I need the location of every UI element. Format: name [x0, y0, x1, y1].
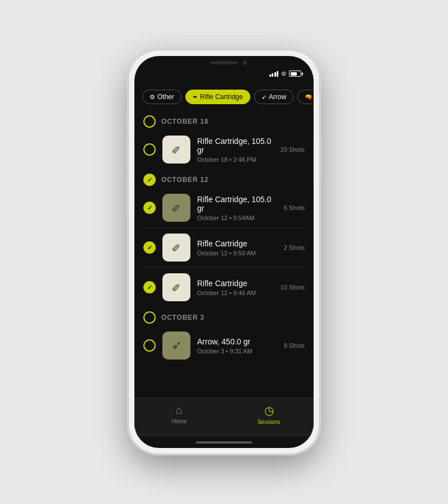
item-subtitle: October 18 • 2:46 PM [197, 156, 274, 163]
home-label: Home [172, 418, 187, 424]
section-date-1: OCTOBER 12 [161, 176, 208, 184]
filter-pill-rifle-cartridge[interactable]: ✒Rifle Cartridge [185, 90, 250, 104]
item-subtitle: October 12 • 9:46 AM [197, 290, 274, 296]
arrow-icon: ➶ [262, 94, 267, 101]
item-circle-1-2[interactable]: ✓ [143, 281, 156, 293]
section-header-1[interactable]: ✓OCTOBER 12 [134, 168, 314, 189]
check-icon: ✓ [147, 204, 152, 212]
other-label: Other [157, 93, 174, 101]
section-date-0: OCTOBER 18 [161, 118, 208, 125]
battery-icon [289, 71, 301, 77]
item-info-2-0: Arrow, 450.0 grOctober 3 • 9:31 AM [197, 337, 277, 354]
item-thumbnail-0-0: ✏ [162, 136, 190, 164]
sessions-list[interactable]: OCTOBER 18✏Rifle Cartridge, 105.0 grOcto… [134, 110, 314, 398]
power-button[interactable] [319, 140, 321, 182]
divider [143, 267, 305, 268]
section-header-2[interactable]: OCTOBER 3 [134, 306, 314, 327]
speaker [210, 61, 238, 64]
phone-screen: ⊜ ⚙Other✒Rifle Cartridge➶Arrow🔫Pistol OC… [134, 56, 314, 448]
item-circle-1-1[interactable]: ✓ [143, 241, 156, 254]
volume-down-button[interactable] [127, 180, 129, 211]
item-subtitle: October 12 • 9:50 AM [197, 250, 277, 256]
section-circle-0[interactable] [143, 115, 156, 128]
item-circle-0-0[interactable] [143, 143, 156, 156]
section-circle-1[interactable]: ✓ [143, 174, 156, 186]
section-circle-2[interactable] [143, 311, 156, 324]
list-item[interactable]: ✓✏Rifle CartridgeOctober 12 • 9:46 AM10 … [134, 269, 314, 306]
list-item[interactable]: ✓✏Rifle Cartridge, 105.0 grOctober 12 • … [134, 189, 314, 226]
check-icon: ✓ [147, 176, 152, 184]
sessions-label: Sessions [258, 419, 281, 425]
tab-home[interactable]: ⌂Home [160, 404, 199, 424]
pistol-icon: 🔫 [305, 94, 312, 101]
nav-bar [134, 81, 314, 87]
item-title: Rifle Cartridge [197, 239, 277, 248]
item-title: Rifle Cartridge, 105.0 gr [197, 137, 274, 155]
rifle-cartridge-label: Rifle Cartridge [200, 93, 243, 101]
item-title: Rifle Cartridge, 105.0 gr [197, 195, 277, 213]
item-info-1-1: Rifle CartridgeOctober 12 • 9:50 AM [197, 239, 277, 256]
item-thumbnail-2-0: ➶ [162, 332, 190, 360]
filter-pill-arrow[interactable]: ➶Arrow [254, 90, 293, 104]
signal-icon [269, 71, 279, 77]
other-icon: ⚙ [150, 94, 155, 101]
volume-up-button[interactable] [127, 143, 129, 174]
item-shots: 2 Shots [284, 244, 305, 251]
item-title: Arrow, 450.0 gr [197, 337, 277, 346]
divider [143, 227, 305, 228]
item-circle-1-0[interactable]: ✓ [143, 202, 156, 214]
item-subtitle: October 12 • 9:54AM [197, 214, 277, 221]
item-subtitle: October 3 • 9:31 AM [197, 348, 277, 354]
list-item[interactable]: ✓✏Rifle CartridgeOctober 12 • 9:50 AM2 S… [134, 229, 314, 266]
status-icons: ⊜ [269, 70, 302, 77]
section-date-2: OCTOBER 3 [161, 314, 204, 321]
rifle-icon: ✏ [169, 279, 185, 296]
rifle-icon: ✏ [169, 142, 185, 158]
wifi-icon: ⊜ [281, 70, 286, 77]
item-shots: 20 Shots [281, 146, 305, 153]
list-item[interactable]: ✏Rifle Cartridge, 105.0 grOctober 18 • 2… [134, 131, 314, 168]
filter-bar: ⚙Other✒Rifle Cartridge➶Arrow🔫Pistol [134, 87, 314, 110]
filter-pill-other[interactable]: ⚙Other [142, 90, 181, 104]
section-header-0[interactable]: OCTOBER 18 [134, 110, 314, 131]
check-icon: ✓ [147, 284, 152, 291]
notch [188, 56, 260, 72]
phone-frame: ⊜ ⚙Other✒Rifle Cartridge➶Arrow🔫Pistol OC… [129, 50, 319, 454]
item-circle-2-0[interactable] [143, 339, 156, 352]
home-indicator [134, 437, 314, 448]
sessions-icon: ◷ [264, 404, 274, 417]
rifle-icon: ✏ [169, 240, 185, 256]
item-shots: 6 Shots [284, 204, 305, 211]
home-icon: ⌂ [176, 404, 183, 417]
item-info-1-2: Rifle CartridgeOctober 12 • 9:46 AM [197, 279, 274, 296]
arrow-icon: ➶ [171, 338, 181, 353]
rifle-icon: ✏ [169, 200, 185, 216]
item-title: Rifle Cartridge [197, 279, 274, 288]
item-thumbnail-1-0: ✏ [162, 194, 190, 222]
item-info-1-0: Rifle Cartridge, 105.0 grOctober 12 • 9:… [197, 195, 277, 221]
filter-pill-pistol[interactable]: 🔫Pistol [297, 90, 314, 104]
item-shots: 9 Shots [284, 342, 305, 349]
item-thumbnail-1-1: ✏ [162, 234, 190, 262]
item-shots: 10 Shots [281, 284, 305, 291]
tab-bar: ⌂Home◷Sessions [134, 398, 314, 437]
front-camera [242, 60, 247, 65]
item-thumbnail-1-2: ✏ [162, 273, 190, 301]
check-icon: ✓ [147, 244, 152, 251]
item-info-0-0: Rifle Cartridge, 105.0 grOctober 18 • 2:… [197, 137, 274, 163]
rifle-cartridge-icon: ✒ [193, 94, 198, 101]
arrow-label: Arrow [269, 93, 286, 101]
list-item[interactable]: ➶Arrow, 450.0 grOctober 3 • 9:31 AM9 Sho… [134, 327, 314, 364]
tab-sessions[interactable]: ◷Sessions [249, 404, 288, 425]
mute-button[interactable] [127, 118, 129, 134]
